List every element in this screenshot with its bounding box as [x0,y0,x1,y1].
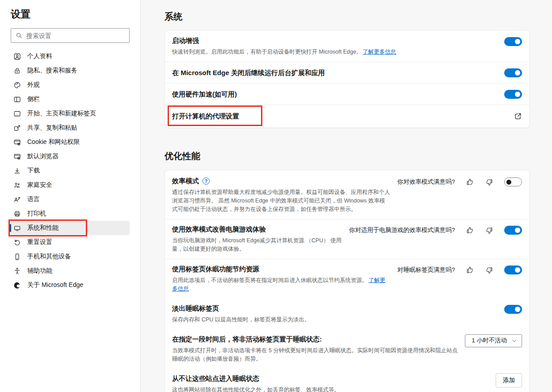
setting-description: 保存内存和 CPU 以提高性能时，标签页将显示为淡出。 [172,316,497,324]
setting-description: 通过保存计算机资源帮助最大程度地减少电源使用量。权益可能因设备、应用程序和个人浏… [172,188,390,214]
settings-content: 系统 启动增强 快速转到浏览。启用此功能后，有助于启动设备时更快打开 Micro… [141,0,552,392]
sidebar-item-label: 共享、复制和粘贴 [27,124,77,132]
setting-row-proxy-settings[interactable]: 打开计算机的代理设置 [165,105,529,127]
background-extensions-toggle[interactable] [504,68,522,77]
downloads-icon [13,167,21,175]
external-link-icon[interactable] [514,112,522,120]
sidebar-item-label: 家庭安全 [27,181,52,189]
setting-title: 使用硬件加速(如可用) [172,90,497,99]
feedback-question: 对睡眠标签页满意吗? [397,266,455,274]
feedback-question: 你对适用于电脑游戏的效率模式满意吗? [349,226,455,234]
sidebar-item-label: 隐私、搜索和服务 [27,67,77,75]
thumbs-down-icon[interactable] [485,178,493,186]
efficiency-mode-toggle[interactable] [504,177,522,186]
chevron-down-icon [511,338,517,344]
sleep-timeout-dropdown[interactable]: 1 小时不活动 [465,334,522,347]
sidebar-item-start-home[interactable]: 开始、主页和新建标签页 [10,106,130,121]
cookies-icon [13,139,21,146]
fade-sleeping-tabs-toggle[interactable] [504,305,522,314]
sidebar-item-family-safety[interactable]: 家庭安全 [10,178,130,192]
sidebar-item-label: 关于 Microsoft Edge [27,281,83,289]
setting-description: 当你玩电脑游戏时，Microsoft Edge减少其计算机资源 （CPU） 使用… [172,236,342,253]
sidebar-pane-icon [13,96,21,103]
setting-title: 淡出睡眠标签页 [172,304,497,313]
system-icon [13,224,21,232]
sidebar-item-phone-devices[interactable]: 手机和其他设备 [10,249,130,264]
sidebar-item-share-copy-paste[interactable]: 共享、复制和粘贴 [10,121,130,135]
sidebar-item-about-edge[interactable]: 关于 Microsoft Edge [10,278,130,292]
sidebar-item-accessibility[interactable]: 辅助功能 [10,264,130,278]
sidebar-item-label: 默认浏览器 [27,152,59,160]
setting-title: 效率模式 [172,177,199,185]
setting-title: 在 Microsoft Edge 关闭后继续运行后台扩展和应用 [172,68,497,77]
sidebar-item-default-browser[interactable]: 默认浏览器 [10,149,130,164]
setting-row-sleep-timeout: 在指定一段时间后，将非活动标签页置于睡眠状态: 当效率模式打开时，非活动选项卡将… [165,329,529,369]
help-icon[interactable]: ? [202,177,210,185]
sidebar-item-downloads[interactable]: 下载 [10,164,130,178]
setting-description: 这也将网站排除在其他性能优化之外，如丢弃的标签、效率模式等。 [172,386,489,392]
setting-title: 在指定一段时间后，将非活动标签页置于睡眠状态: [172,335,458,344]
settings-search-box[interactable] [11,28,130,43]
sidebar-nav: 个人资料 隐私、搜索和服务 外观 侧栏 开始、主页和新建标签页 共享、复制和粘贴 [10,49,130,292]
section-heading-performance: 优化性能 [164,150,530,162]
sidebar-item-sidebar[interactable]: 侧栏 [10,92,130,106]
sidebar-item-label: 语言 [27,195,40,203]
sidebar-item-label: 开始、主页和新建标签页 [27,110,96,118]
share-icon [13,124,21,132]
thumbs-up-icon[interactable] [466,266,474,274]
search-icon [16,32,22,39]
sidebar-item-printers[interactable]: 打印机 [10,207,130,221]
setting-title: 从不让这些站点进入睡眠状态 [172,374,489,383]
family-icon [13,181,21,189]
setting-row-fade-sleeping-tabs: 淡出睡眠标签页 保存内存和 CPU 以提高性能时，标签页将显示为淡出。 [165,299,529,329]
sidebar-item-profile[interactable]: 个人资料 [10,49,130,63]
sidebar-item-label: 系统和性能 [27,224,59,232]
thumbs-up-icon[interactable] [466,226,474,235]
printer-icon [13,210,21,218]
performance-card: 效率模式 ? 通过保存计算机资源帮助最大程度地减少电源使用量。权益可能因设备、应… [164,170,530,392]
sidebar-item-label: 个人资料 [27,52,52,60]
setting-row-background-apps: 在 Microsoft Edge 关闭后继续运行后台扩展和应用 [165,62,529,83]
start-home-icon [13,110,21,118]
setting-description: 当效率模式打开时，非活动选项卡将在 5 分钟或更短时间后进入睡眠状态。实际时间可… [172,346,458,363]
sidebar-item-label: 打印机 [27,210,46,218]
thumbs-down-icon[interactable] [485,266,493,274]
sidebar-item-appearance[interactable]: 外观 [10,78,130,92]
sidebar-item-cookies-permissions[interactable]: Cookie 和网站权限 [10,135,130,149]
search-input[interactable] [26,32,125,39]
sidebar-item-languages[interactable]: 语言 [10,192,130,207]
accessibility-icon [13,267,21,275]
sidebar-item-label: 辅助功能 [27,267,52,275]
sidebar-item-label: Cookie 和网站权限 [27,138,80,146]
sidebar-item-reset-settings[interactable]: 重置设置 [10,235,130,249]
setting-row-hardware-acceleration: 使用硬件加速(如可用) [165,84,529,105]
startup-boost-toggle[interactable] [504,37,522,46]
sidebar-item-system-performance[interactable]: 系统和性能 [10,221,130,235]
dropdown-selected-value: 1 小时不活动 [472,337,507,345]
reset-icon [13,239,21,246]
settings-sidebar: 设置 个人资料 隐私、搜索和服务 外观 侧栏 [0,0,141,392]
gaming-efficiency-toggle[interactable] [504,226,522,235]
default-browser-icon [13,153,21,160]
setting-description: 启用此选项后，不活动的标签页将在指定时间后进入休眠状态以节约系统资源。了解更多信… [172,276,390,293]
setting-title: 使用标签页休眠功能节约资源 [172,265,390,274]
sleeping-tabs-toggle[interactable] [504,266,522,274]
feedback-question: 你对效率模式满意吗? [397,178,455,186]
hardware-acceleration-toggle[interactable] [504,90,522,99]
learn-more-link[interactable]: 了解更多信息 [362,49,396,55]
edge-logo-icon [13,282,21,289]
setting-row-gaming-efficiency: 使用效率模式改善电脑游戏体验 当你玩电脑游戏时，Microsoft Edge减少… [165,219,529,259]
thumbs-up-icon[interactable] [466,178,474,186]
privacy-icon [13,67,21,75]
sidebar-item-label: 下载 [27,167,40,175]
setting-row-efficiency-mode: 效率模式 ? 通过保存计算机资源帮助最大程度地减少电源使用量。权益可能因设备、应… [165,170,529,219]
setting-title: 使用效率模式改善电脑游戏体验 [172,225,342,234]
setting-description: 快速转到浏览。启用此功能后，有助于启动设备时更快打开 Microsoft Edg… [172,48,497,56]
profile-icon [13,53,21,60]
section-heading-system: 系统 [164,11,530,22]
thumbs-down-icon[interactable] [485,226,493,235]
appearance-icon [13,81,21,89]
sidebar-item-privacy[interactable]: 隐私、搜索和服务 [10,63,130,78]
add-site-button[interactable]: 添加 [496,373,522,388]
setting-title: 启动增强 [172,36,497,45]
